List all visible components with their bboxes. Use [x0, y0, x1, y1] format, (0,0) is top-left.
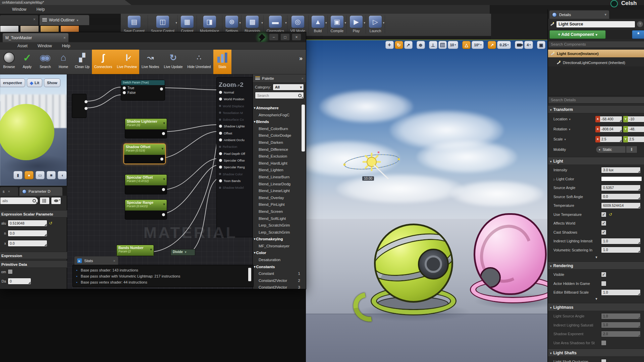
chevron-down-icon[interactable] — [285, 21, 287, 24]
camera-speed-icon[interactable] — [515, 41, 523, 49]
chevron-down-icon[interactable] — [364, 21, 366, 24]
scalar-param-node[interactable]: Bands Number Param (2 — [116, 245, 154, 256]
help-icon[interactable]: ? — [637, 21, 643, 27]
palette-list-item[interactable]: Constant 1 — [253, 270, 306, 277]
parameter-value-input[interactable]: 0.0 — [8, 230, 47, 237]
section-header[interactable]: Primitive Data — [0, 260, 67, 268]
toolbar-button[interactable]: Play — [347, 15, 366, 34]
palette-list-item[interactable]: Blend_SoftLight — [253, 215, 306, 222]
perspective-button[interactable]: erspective — [0, 78, 25, 87]
details-tab-truncated[interactable]: s× — [0, 187, 18, 196]
output-pin[interactable] — [160, 87, 163, 90]
reset-icon[interactable] — [49, 221, 52, 226]
close-icon[interactable]: × — [8, 189, 10, 193]
material-toolbar-button[interactable]: Apply — [18, 50, 36, 74]
pin-dot[interactable] — [219, 179, 222, 182]
parameter-value-input[interactable]: 0.0 — [8, 240, 47, 247]
output-pin[interactable] — [162, 188, 165, 191]
transform-x-input[interactable]: -58.400 — [600, 116, 622, 122]
toolbar-button[interactable]: Launch — [366, 15, 385, 34]
palette-list-item[interactable]: Blend_Lighten — [253, 167, 306, 174]
palette-list-item[interactable]: AtmosphericFogC — [253, 112, 306, 119]
toolbar-button[interactable]: Cinematics — [264, 15, 287, 34]
scalar-param-node[interactable]: Specular Range Param (0.6415) — [125, 199, 167, 220]
output-pin[interactable] — [160, 158, 163, 161]
menu-item[interactable]: Window — [12, 7, 26, 12]
output-pin[interactable] — [162, 213, 165, 216]
search-details-input[interactable]: Search Details — [548, 97, 644, 104]
transform-y-input[interactable]: 2.5 — [628, 136, 644, 142]
toolbar-button[interactable]: Save Current — [121, 15, 148, 34]
maximize-viewport-icon[interactable] — [537, 41, 545, 49]
component-tree-row[interactable]: DirectionalLightComponent (Inherited) — [548, 59, 644, 66]
expand-section-icon[interactable] — [548, 297, 644, 301]
maximize-icon[interactable]: □ — [280, 34, 290, 41]
material-toolbar-button[interactable]: Live Preview — [114, 50, 139, 74]
property-value-input[interactable]: 1.0 — [601, 238, 641, 244]
toolbar-button[interactable]: Settings — [222, 15, 241, 34]
palette-list-item[interactable]: Blend_Difference — [253, 146, 306, 153]
material-output-pin[interactable]: Offset — [217, 130, 253, 136]
palette-list-item[interactable]: MF_Chromakeyer — [253, 243, 306, 250]
visibility-filter-icon[interactable] — [51, 197, 61, 204]
property-value-input[interactable]: 0.5357 — [601, 185, 641, 191]
cube-shape-icon[interactable] — [47, 171, 56, 179]
translate-tool-icon[interactable] — [385, 41, 394, 49]
pin-dot[interactable] — [219, 166, 222, 169]
checkbox[interactable] — [601, 221, 606, 226]
palette-list-item[interactable]: Blend_LinearBurn — [253, 174, 306, 181]
material-output-pin[interactable]: Shadow Lighte — [217, 123, 253, 130]
property-value-input[interactable]: 6009.524414 — [601, 202, 641, 209]
palette-list-item[interactable]: Blend_LinearDodg — [253, 181, 306, 188]
transform-section-header[interactable]: Transform — [548, 105, 644, 113]
lit-mode-button[interactable]: Lit — [27, 78, 42, 87]
property-value-input[interactable]: 1.0 — [601, 247, 641, 253]
rotation-snap-value[interactable]: 10°▾ — [472, 41, 484, 49]
material-output-node[interactable]: Opacity Ma Normal World Position — [216, 77, 253, 237]
material-output-pin[interactable]: Shadow Model — [217, 184, 253, 191]
palette-list-item[interactable]: Constant3Vector 3 — [253, 284, 306, 289]
property-value-input[interactable]: 1.0 — [601, 313, 641, 319]
material-output-pin[interactable]: Toon Bands — [217, 177, 253, 184]
material-toolbar-button[interactable]: Browse — [0, 50, 18, 74]
docked-tab[interactable]: × — [0, 15, 38, 25]
palette-list-item[interactable]: Blend_ColorBurn — [253, 125, 306, 132]
property-value-input[interactable]: 0.0 — [601, 193, 641, 200]
material-output-pin[interactable]: Subsurface Co — [217, 116, 253, 123]
toolbar-button[interactable]: Source Control — [148, 15, 178, 34]
material-toolbar-button[interactable]: Search — [36, 50, 54, 74]
graph-node-fragment[interactable] — [72, 94, 87, 118]
stats-tab[interactable]: Stats × — [74, 256, 118, 265]
green-toon-sphere[interactable] — [374, 224, 453, 303]
light-section-header[interactable]: Light — [548, 157, 644, 165]
show-button[interactable]: Show — [44, 78, 60, 87]
mobility-static-segment[interactable]: Static — [596, 146, 626, 153]
rendering-section-header[interactable]: Rendering — [548, 261, 644, 269]
material-output-pin[interactable]: World Displace — [217, 103, 253, 109]
property-value-input[interactable]: 1.0 — [601, 322, 641, 328]
chevron-down-icon[interactable] — [261, 21, 263, 24]
scrollbar-thumb[interactable] — [302, 105, 305, 152]
details-tab[interactable]: Details ▾ — [549, 10, 609, 19]
material-output-pin[interactable]: Normal — [217, 89, 253, 96]
grid-snap-value[interactable]: 10▾ — [448, 41, 459, 49]
material-output-pin[interactable]: Pixel Depth Off — [217, 150, 253, 157]
palette-list-item[interactable]: Constant2Vector 2 — [253, 277, 306, 284]
chevron-down-icon[interactable] — [569, 117, 571, 121]
add-component-button[interactable]: + Add Component — [549, 30, 606, 39]
property-value-input[interactable]: 1.0 — [601, 289, 641, 296]
close-icon[interactable]: × — [33, 17, 36, 22]
pin-dot[interactable] — [219, 105, 221, 107]
transform-y-input[interactable]: -10 — [628, 116, 644, 122]
material-output-pin[interactable]: Refraction — [217, 143, 253, 150]
column-view-icon[interactable] — [40, 197, 50, 204]
material-output-pin[interactable]: Tessellation M — [217, 109, 253, 116]
scalar-param-node-selected[interactable]: Shadow Offset Param (0.519) — [123, 143, 166, 164]
material-toolbar-button[interactable]: Stats — [213, 50, 231, 74]
checkbox[interactable] — [8, 269, 13, 274]
map-tab[interactable]: onMaterialsExampleMap* — [0, 0, 131, 5]
checkbox[interactable] — [601, 230, 606, 235]
close-icon[interactable]: × — [302, 76, 304, 80]
chevron-down-icon[interactable] — [76, 18, 78, 22]
reset-icon[interactable] — [609, 212, 612, 217]
